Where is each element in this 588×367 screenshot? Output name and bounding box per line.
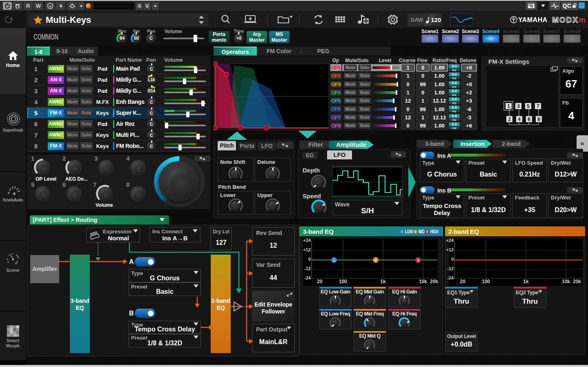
- svg-text:3: 3: [417, 258, 419, 262]
- svg-text:2: 2: [374, 258, 376, 262]
- svg-text:2: 2: [508, 116, 511, 122]
- svg-text:3: 3: [517, 103, 520, 109]
- svg-text:6: 6: [528, 116, 530, 122]
- svg-text:a: a: [49, 4, 51, 8]
- svg-text:1: 1: [333, 258, 335, 262]
- svg-text:8: 8: [537, 116, 540, 122]
- svg-text:1: 1: [507, 103, 510, 109]
- svg-text:4: 4: [518, 116, 521, 122]
- svg-text:7: 7: [537, 103, 539, 109]
- svg-text:5: 5: [527, 103, 530, 109]
